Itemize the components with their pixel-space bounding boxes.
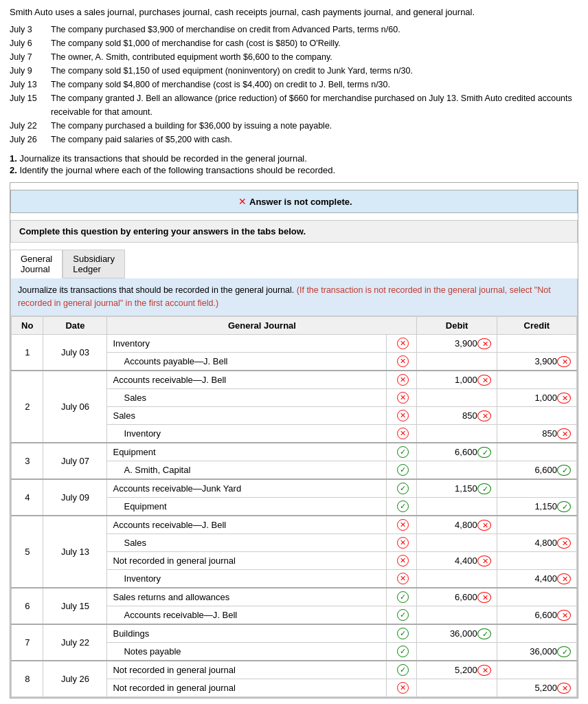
row-icon-4-1[interactable]: ✕	[387, 534, 417, 551]
credit-value: 5,200	[534, 683, 557, 693]
debit-cell[interactable]	[417, 642, 497, 661]
debit-cell[interactable]: 1,150 ✓	[417, 479, 497, 498]
row-icon-5-0[interactable]: ✓	[387, 588, 417, 606]
x-circle-icon: ✕	[397, 537, 409, 549]
tab-subsidiary-ledger[interactable]: SubsidiaryLedger	[63, 250, 125, 278]
row-icon-7-0[interactable]: ✓	[387, 661, 417, 679]
row-no-2: 3	[12, 443, 43, 479]
account-cell[interactable]: Accounts payable—J. Bell	[107, 352, 387, 371]
credit-cell[interactable]	[497, 551, 576, 569]
question-1: 1. Journalize its transactions that shou…	[10, 153, 578, 164]
credit-cell[interactable]: 1,150 ✓	[497, 497, 576, 516]
credit-cell[interactable]	[497, 624, 576, 643]
tx-body-1: The company purchased $3,900 of merchand…	[51, 23, 578, 36]
row-icon-1-0[interactable]: ✕	[387, 371, 417, 389]
row-icon-3-0[interactable]: ✓	[387, 479, 417, 498]
credit-cell[interactable]	[497, 371, 576, 389]
credit-cell[interactable]	[497, 516, 576, 534]
row-icon-2-0[interactable]: ✓	[387, 443, 417, 461]
account-cell[interactable]: Accounts receivable—J. Bell	[107, 606, 387, 624]
tx-date-4: July 9	[10, 64, 51, 78]
account-cell[interactable]: Sales returns and allowances	[107, 588, 387, 606]
credit-cell[interactable]	[497, 443, 576, 461]
account-cell[interactable]: Sales	[107, 406, 387, 424]
debit-cell[interactable]	[417, 461, 497, 479]
credit-cell[interactable]: 6,600 ✕	[497, 606, 576, 624]
account-cell[interactable]: Inventory	[107, 424, 387, 443]
credit-cell[interactable]	[497, 479, 576, 498]
account-cell[interactable]: Equipment	[107, 443, 387, 461]
debit-cell[interactable]: 4,800 ✕	[417, 516, 497, 534]
credit-value: 6,600	[534, 465, 557, 475]
row-icon-4-2[interactable]: ✕	[387, 551, 417, 569]
row-icon-7-1[interactable]: ✕	[387, 679, 417, 696]
account-cell[interactable]: Buildings	[107, 624, 387, 643]
debit-cell[interactable]: 6,600 ✕	[417, 588, 497, 606]
row-icon-0-0[interactable]: ✕	[387, 334, 417, 352]
debit-cell[interactable]: 6,600 ✓	[417, 443, 497, 461]
row-icon-1-3[interactable]: ✕	[387, 424, 417, 443]
row-icon-6-1[interactable]: ✓	[387, 642, 417, 661]
transaction-5: July 13 The company sold $4,800 of merch…	[10, 78, 578, 91]
check-circle-icon: ✓	[397, 609, 409, 621]
account-cell[interactable]: Sales	[107, 388, 387, 406]
debit-cell[interactable]	[417, 352, 497, 371]
tx-body-3: The owner, A. Smith, contributed equipme…	[51, 50, 578, 64]
credit-cell[interactable]: 4,800 ✕	[497, 534, 576, 551]
credit-cell[interactable]: 4,400 ✕	[497, 569, 576, 588]
account-cell[interactable]: Notes payable	[107, 642, 387, 661]
account-cell[interactable]: Inventory	[107, 569, 387, 588]
credit-cell[interactable]	[497, 588, 576, 606]
account-cell[interactable]: Accounts receivable—J. Bell	[107, 516, 387, 534]
row-icon-5-1[interactable]: ✓	[387, 606, 417, 624]
credit-cell[interactable]: 6,600 ✓	[497, 461, 576, 479]
credit-cell[interactable]	[497, 406, 576, 424]
debit-cell[interactable]	[417, 679, 497, 696]
row-icon-4-0[interactable]: ✕	[387, 516, 417, 534]
debit-cell[interactable]: 5,200 ✕	[417, 661, 497, 679]
debit-cell[interactable]: 850 ✕	[417, 406, 497, 424]
debit-cell[interactable]	[417, 388, 497, 406]
row-icon-1-1[interactable]: ✕	[387, 388, 417, 406]
account-cell[interactable]: A. Smith, Capital	[107, 461, 387, 479]
credit-cell[interactable]	[497, 661, 576, 679]
debit-value: 6,600	[455, 447, 477, 457]
debit-cell[interactable]	[417, 497, 497, 516]
account-cell[interactable]: Accounts receivable—Junk Yard	[107, 479, 387, 498]
debit-cell[interactable]: 1,000 ✕	[417, 371, 497, 389]
check-circle-icon: ✓	[397, 628, 409, 639]
row-icon-1-2[interactable]: ✕	[387, 406, 417, 424]
account-cell[interactable]: Inventory	[107, 334, 387, 352]
tab-general-journal[interactable]: GeneralJournal	[10, 250, 63, 278]
debit-cell[interactable]: 4,400 ✕	[417, 551, 497, 569]
account-cell[interactable]: Not recorded in general journal	[107, 661, 387, 679]
debit-cell[interactable]	[417, 569, 497, 588]
debit-cell[interactable]: 3,900 ✕	[417, 334, 497, 352]
row-icon-0-1[interactable]: ✕	[387, 352, 417, 371]
debit-cell[interactable]: 36,000 ✓	[417, 624, 497, 643]
row-icon-3-1[interactable]: ✓	[387, 497, 417, 516]
check-circle-icon: ✓	[397, 591, 409, 603]
credit-cell[interactable]	[497, 334, 576, 352]
account-cell[interactable]: Not recorded in general journal	[107, 679, 387, 696]
debit-cell[interactable]	[417, 424, 497, 443]
account-cell[interactable]: Equipment	[107, 497, 387, 516]
credit-cell[interactable]: 36,000 ✓	[497, 642, 576, 661]
credit-cell[interactable]: 3,900 ✕	[497, 352, 576, 371]
credit-x-icon: ✕	[557, 356, 571, 367]
account-cell[interactable]: Sales	[107, 534, 387, 551]
row-icon-2-1[interactable]: ✓	[387, 461, 417, 479]
tabs-row: GeneralJournal SubsidiaryLedger	[10, 250, 578, 278]
row-icon-6-0[interactable]: ✓	[387, 624, 417, 643]
debit-cell[interactable]	[417, 606, 497, 624]
row-icon-4-3[interactable]: ✕	[387, 569, 417, 588]
credit-cell[interactable]: 850 ✕	[497, 424, 576, 443]
credit-cell[interactable]: 5,200 ✕	[497, 679, 576, 696]
account-cell[interactable]: Not recorded in general journal	[107, 551, 387, 569]
account-cell[interactable]: Accounts receivable—J. Bell	[107, 371, 387, 389]
tx-date-5: July 13	[10, 78, 51, 91]
complete-message-text: Complete this question by entering your …	[19, 226, 306, 236]
debit-value: 4,400	[455, 556, 477, 566]
credit-cell[interactable]: 1,000 ✕	[497, 388, 576, 406]
debit-cell[interactable]	[417, 534, 497, 551]
